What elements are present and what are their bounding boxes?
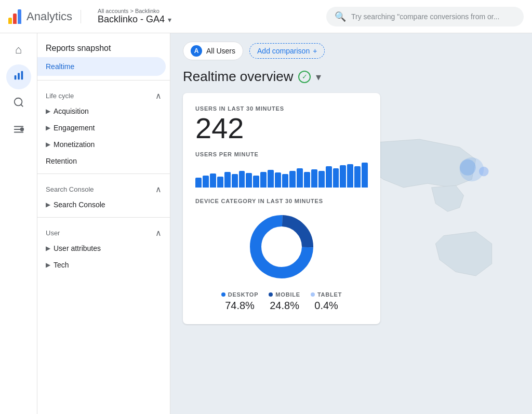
bar-chart-bar bbox=[195, 178, 202, 188]
legend-tablet: TABLET 0.4% bbox=[311, 291, 342, 312]
device-donut-section: DEVICE CATEGORY IN LAST 30 MINUTES bbox=[195, 198, 368, 312]
nav-home[interactable]: ⌂ bbox=[6, 37, 31, 62]
bar-chart-bar bbox=[347, 164, 353, 188]
content-overlay: A All Users Add comparison + Realtime ov… bbox=[170, 33, 532, 332]
all-users-avatar: A bbox=[191, 45, 202, 57]
sidebar-section-lifecycle[interactable]: Life cycle ∧ bbox=[37, 85, 170, 103]
engagement-arrow-icon: ▶ bbox=[46, 124, 50, 131]
legend-desktop: DESKTOP 74.8% bbox=[221, 291, 259, 312]
sidebar-divider-2 bbox=[37, 173, 170, 174]
svg-point-5 bbox=[20, 128, 23, 131]
search-placeholder: Try searching "compare conversions from … bbox=[351, 12, 499, 21]
property-selector[interactable]: All accounts > Backlinko Backlinko - GA4… bbox=[89, 8, 171, 25]
realtime-title-row: Realtime overview ✓ ▾ bbox=[183, 69, 520, 85]
search-bar[interactable]: 🔍 Try searching "compare conversions fro… bbox=[326, 7, 524, 26]
nav-reports[interactable] bbox=[6, 64, 31, 89]
bar-chart-bar bbox=[224, 172, 231, 188]
bar-chart-bar bbox=[311, 169, 317, 188]
sidebar: Reports snapshot Realtime Life cycle ∧ ▶… bbox=[37, 33, 170, 414]
sidebar-item-realtime[interactable]: Realtime bbox=[37, 57, 166, 76]
legend-mobile: MOBILE 24.8% bbox=[269, 291, 300, 312]
bar-chart-bar bbox=[326, 166, 332, 188]
svg-rect-2 bbox=[21, 71, 23, 80]
add-icon: + bbox=[313, 47, 317, 55]
bar-chart-bar bbox=[232, 174, 238, 188]
device-legend: DESKTOP 74.8% MOBILE 24.8% bbox=[221, 291, 342, 312]
bar-chart-bar bbox=[304, 172, 310, 188]
sidebar-realtime-label: Realtime bbox=[46, 62, 74, 71]
property-name-row: Backlinko - GA4 ▾ bbox=[98, 14, 171, 25]
svg-rect-1 bbox=[18, 73, 20, 79]
bar-chart-bar bbox=[275, 172, 281, 188]
main-content: A All Users Add comparison + Realtime ov… bbox=[170, 33, 532, 414]
bar-chart-bar bbox=[340, 165, 346, 188]
nav-rail: ⌂ bbox=[0, 33, 37, 414]
donut-chart bbox=[245, 210, 318, 283]
sidebar-item-user-attributes[interactable]: ▶ User attributes bbox=[37, 240, 170, 257]
bar-chart-bar bbox=[210, 173, 216, 188]
sidebar-divider-3 bbox=[37, 217, 170, 218]
bar-chart-bar bbox=[318, 171, 325, 188]
desktop-legend-label: DESKTOP bbox=[228, 291, 259, 298]
bar-chart-bar bbox=[246, 173, 252, 188]
user-section-label: User bbox=[46, 229, 60, 237]
all-users-label: All Users bbox=[206, 47, 235, 55]
searchconsole-label: Search Console bbox=[46, 185, 94, 193]
searchconsole-arrow-icon: ▶ bbox=[46, 201, 50, 208]
mobile-value: 24.8% bbox=[270, 300, 299, 312]
bar-chart-bar bbox=[260, 172, 267, 188]
monetization-label: Monetization bbox=[54, 140, 95, 149]
searchconsole-item-label: Search Console bbox=[54, 201, 105, 209]
engagement-label: Engagement bbox=[54, 124, 95, 132]
live-status-icon: ✓ bbox=[298, 71, 311, 83]
tech-arrow-icon: ▶ bbox=[46, 261, 50, 269]
nav-explore[interactable] bbox=[6, 91, 31, 116]
sidebar-item-monetization[interactable]: ▶ Monetization bbox=[37, 136, 170, 153]
logo-icon bbox=[8, 9, 21, 24]
retention-label: Retention bbox=[46, 157, 77, 165]
tablet-value: 0.4% bbox=[314, 300, 338, 312]
svg-rect-0 bbox=[14, 75, 16, 79]
bar-chart-bar bbox=[268, 170, 274, 188]
add-comparison-button[interactable]: Add comparison + bbox=[249, 43, 325, 59]
bar-chart-bar bbox=[333, 168, 339, 188]
bar-chart-bar bbox=[354, 166, 361, 188]
users-per-minute-chart bbox=[195, 162, 368, 188]
property-dropdown-icon: ▾ bbox=[168, 16, 171, 24]
mobile-legend-label: MOBILE bbox=[275, 291, 300, 298]
svg-line-4 bbox=[21, 104, 23, 106]
users-30min-label: USERS IN LAST 30 MINUTES bbox=[195, 105, 368, 112]
realtime-title-text: Realtime overview bbox=[183, 69, 293, 85]
sidebar-item-retention[interactable]: Retention bbox=[37, 153, 170, 169]
app-header: Analytics All accounts > Backlinko Backl… bbox=[0, 0, 532, 33]
sidebar-item-searchconsole[interactable]: ▶ Search Console bbox=[37, 196, 170, 213]
tablet-dot bbox=[311, 292, 315, 297]
nav-advertising[interactable] bbox=[6, 118, 31, 143]
all-users-filter[interactable]: A All Users bbox=[183, 42, 243, 60]
title-dropdown-icon[interactable]: ▾ bbox=[316, 71, 321, 83]
user-attributes-arrow-icon: ▶ bbox=[46, 245, 50, 252]
sidebar-item-engagement[interactable]: ▶ Engagement bbox=[37, 119, 170, 136]
lifecycle-chevron: ∧ bbox=[155, 91, 162, 101]
sidebar-section-user[interactable]: User ∧ bbox=[37, 222, 170, 240]
bar-chart-bar bbox=[203, 176, 209, 188]
bar-chart-bar bbox=[253, 176, 259, 188]
app-name: Analytics bbox=[26, 10, 81, 23]
add-comparison-label: Add comparison bbox=[257, 47, 310, 55]
bar-chart-bar bbox=[362, 163, 368, 188]
tech-label: Tech bbox=[54, 261, 69, 269]
users-per-min-label: USERS PER MINUTE bbox=[195, 151, 368, 157]
sidebar-heading: Reports snapshot bbox=[37, 37, 170, 57]
app-logo: Analytics bbox=[8, 9, 81, 24]
sidebar-section-searchconsole[interactable]: Search Console ∧ bbox=[37, 178, 170, 196]
acquisition-arrow-icon: ▶ bbox=[46, 108, 50, 115]
mobile-dot bbox=[269, 292, 273, 297]
advertising-icon bbox=[13, 124, 24, 138]
sidebar-item-acquisition[interactable]: ▶ Acquisition bbox=[37, 103, 170, 119]
explore-icon bbox=[13, 97, 24, 111]
property-name: Backlinko - GA4 bbox=[98, 14, 165, 25]
user-chevron: ∧ bbox=[155, 228, 162, 238]
sidebar-item-tech[interactable]: ▶ Tech bbox=[37, 257, 170, 273]
desktop-dot bbox=[221, 292, 225, 297]
lifecycle-label: Life cycle bbox=[46, 92, 74, 100]
